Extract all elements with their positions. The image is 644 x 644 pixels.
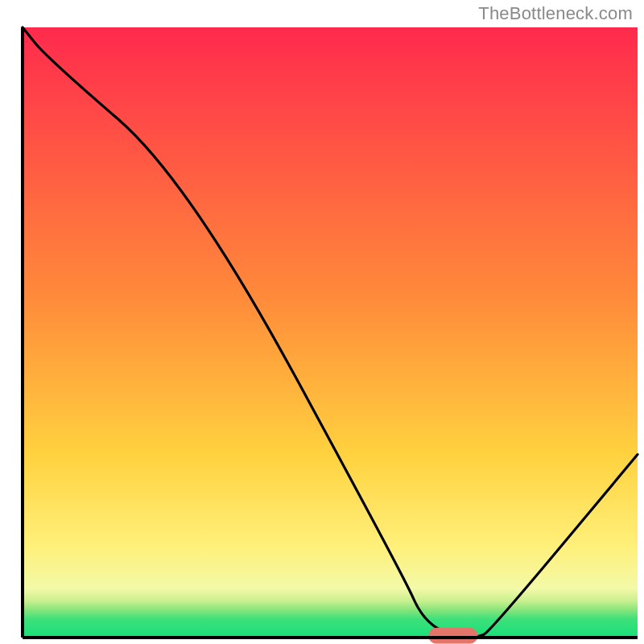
minimum-marker bbox=[428, 628, 477, 644]
chart-container: TheBottleneck.com bbox=[0, 0, 644, 644]
watermark-text: TheBottleneck.com bbox=[478, 3, 633, 24]
plot-background bbox=[23, 27, 638, 638]
bottleneck-chart bbox=[0, 0, 644, 644]
